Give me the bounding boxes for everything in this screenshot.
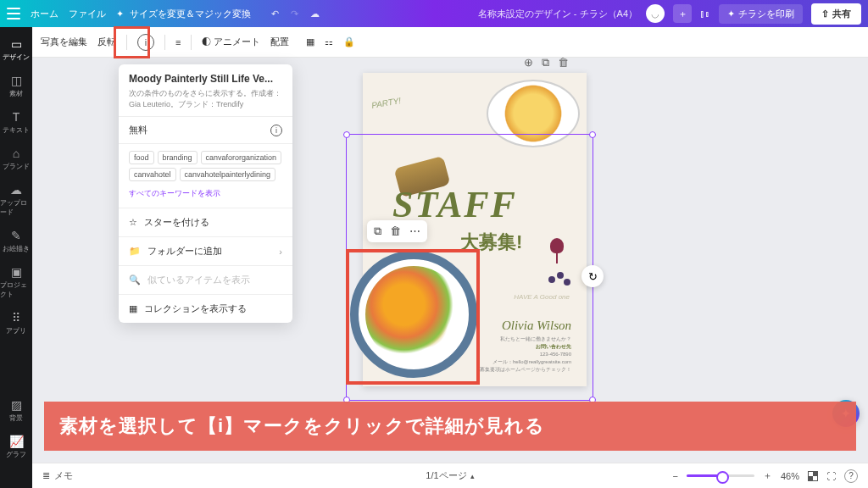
rotate-handle[interactable]: ↻ — [581, 265, 604, 287]
food-image-1[interactable] — [487, 80, 580, 147]
grid-view-icon[interactable] — [808, 471, 818, 481]
chevron-up-icon[interactable]: ▴ — [470, 472, 475, 480]
chevron-right-icon: › — [279, 247, 282, 257]
document-title[interactable]: 名称未設定のデザイン - チラシ（A4） — [478, 8, 637, 20]
tag[interactable]: canvafororganization — [201, 151, 282, 164]
sidebar-elements[interactable]: ◫素材 — [0, 69, 32, 103]
info-tags: food branding canvafororganization canva… — [119, 143, 292, 188]
star-icon: ☆ — [129, 217, 137, 228]
sidebar-text[interactable]: Tテキスト — [0, 105, 32, 140]
upgrade-icon[interactable]: ＋ — [673, 4, 692, 23]
tag[interactable]: branding — [158, 151, 198, 164]
resize-magic[interactable]: サイズを変更＆マジック変換 — [116, 8, 251, 20]
fullscreen-icon[interactable]: ⛶ — [826, 471, 836, 481]
decorative-text: PARTY! — [370, 96, 402, 110]
zoom-out-icon[interactable]: − — [673, 471, 678, 481]
page-indicator[interactable]: 1/1ページ — [426, 469, 466, 482]
edit-photo[interactable]: 写真を編集 — [41, 36, 87, 48]
collection-action[interactable]: ▦コレクションを表示する — [119, 294, 292, 323]
page-duplicate-icon[interactable]: ⧉ — [542, 58, 549, 69]
undo-icon[interactable]: ↶ — [271, 8, 279, 19]
delete-icon[interactable]: 🗑 — [390, 225, 401, 238]
duplicate-icon[interactable]: ⧉ — [374, 225, 381, 238]
transparency-icon[interactable]: ▦ — [306, 36, 314, 47]
separator — [191, 35, 192, 50]
zoom-slider[interactable] — [687, 474, 754, 477]
zoom-in-icon[interactable]: ＋ — [763, 469, 772, 482]
sidebar-charts[interactable]: 📈グラフ — [0, 430, 32, 464]
help-icon[interactable]: ? — [844, 469, 858, 483]
sidebar-projects[interactable]: ▣プロジェクト — [0, 260, 32, 304]
recruit-heading[interactable]: 大募集! — [460, 230, 522, 255]
page-delete-icon[interactable]: 🗑 — [558, 58, 569, 69]
link-icon[interactable]: ⚏ — [325, 36, 333, 47]
flip[interactable]: 反転 — [97, 36, 116, 48]
floating-toolbar: ⧉ 🗑 ⋯ — [367, 220, 427, 242]
animate[interactable]: ◐ アニメート — [202, 36, 260, 48]
sidebar-brand[interactable]: ⌂ブランド — [0, 141, 32, 176]
contact-text[interactable]: 私たちと一緒に働きませんか？ お問い合わせ先 123-456-7890 メール：… — [480, 336, 571, 374]
zoom-value[interactable]: 46% — [781, 471, 799, 481]
share-button[interactable]: ⇧ 共有 — [811, 3, 861, 25]
annotation-caption: 素材を選択して【i】マークをクリックで詳細が見れる — [44, 402, 856, 451]
analytics-icon[interactable]: ⫿⫾ — [700, 8, 710, 19]
sidebar-background[interactable]: ▨背景 — [0, 393, 32, 428]
tag[interactable]: canvahotelpainterlydining — [180, 168, 276, 181]
price-info-icon[interactable]: i — [270, 125, 282, 136]
memo-icon: ≣ — [42, 470, 50, 481]
home-link[interactable]: ホーム — [31, 8, 58, 20]
folder-icon: 📁 — [129, 246, 141, 257]
redo-icon[interactable]: ↷ — [291, 8, 298, 19]
info-panel: Moody Painterly Still Life Ve... 次の条件のもの… — [119, 64, 292, 323]
info-icon[interactable]: i — [137, 34, 154, 51]
berries-image[interactable] — [548, 272, 574, 289]
info-subtitle: 次の条件のものをさらに表示する。作成者：Gia Leuterio。ブランド：Tr… — [129, 88, 282, 109]
star-action[interactable]: ☆スターを付ける — [119, 208, 292, 236]
search-icon: 🔍 — [129, 274, 141, 286]
sidebar-design[interactable]: ▭デザイン — [0, 32, 32, 67]
memo-button[interactable]: ≣メモ — [42, 469, 73, 482]
similar-action: 🔍似ているアイテムを表示 — [119, 265, 292, 294]
sidebar-draw[interactable]: ✎お絵描き — [0, 224, 32, 258]
decorative-text: HAVE A Good one — [514, 293, 570, 301]
menu-icon[interactable] — [7, 8, 20, 19]
cloud-sync-icon[interactable]: ☁ — [310, 8, 320, 19]
signature-text[interactable]: Olivia Wilson — [502, 319, 571, 333]
all-keywords-link[interactable]: すべてのキーワードを表示 — [119, 188, 292, 208]
food-image-selected[interactable] — [350, 251, 477, 378]
separator — [126, 35, 127, 50]
page-comment-icon[interactable]: ⊕ — [524, 58, 533, 69]
collection-icon: ▦ — [129, 303, 137, 314]
separator — [164, 35, 165, 50]
position[interactable]: 配置 — [270, 36, 289, 48]
sidebar-upload[interactable]: ☁アップロード — [0, 178, 32, 222]
print-button[interactable]: ✦ チラシを印刷 — [719, 4, 803, 24]
sidebar-apps[interactable]: ⠿アプリ — [0, 306, 32, 341]
lock-icon[interactable]: 🔒 — [343, 36, 355, 47]
folder-action[interactable]: 📁フォルダーに追加› — [119, 236, 292, 265]
wine-image[interactable] — [548, 238, 565, 268]
tag[interactable]: canvahotel — [129, 168, 176, 181]
more-icon[interactable]: ⋯ — [409, 225, 420, 238]
info-price: 無料 — [129, 124, 147, 136]
tag[interactable]: food — [129, 151, 154, 164]
file-menu[interactable]: ファイル — [69, 8, 106, 20]
align-icon[interactable]: ≡ — [175, 37, 181, 47]
avatar[interactable]: ◡ — [646, 4, 665, 23]
info-title: Moody Painterly Still Life Ve... — [129, 73, 282, 85]
